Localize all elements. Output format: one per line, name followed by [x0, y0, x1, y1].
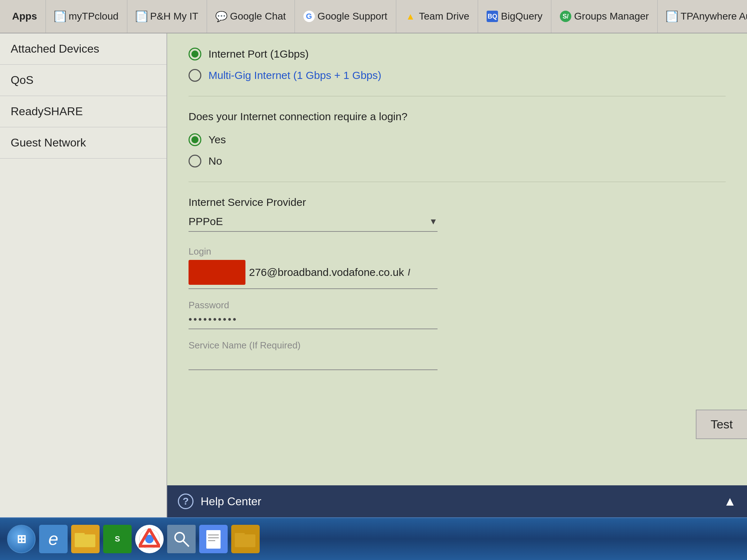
sidebar-item-guest-network[interactable]: Guest Network	[0, 127, 166, 159]
login-no-option[interactable]: No	[189, 155, 726, 167]
tab-mytpcloud[interactable]: 📄 myTPcloud	[46, 0, 127, 33]
svg-line-6	[183, 541, 189, 546]
internet-port-option-1gbps[interactable]: Internet Port (1Gbps)	[189, 48, 726, 60]
internet-port-option-multigig[interactable]: Multi-Gig Internet (1 Gbps + 1 Gbps)	[189, 69, 726, 82]
tab-gsupport[interactable]: G Google Support	[295, 0, 396, 33]
login-yes-label: Yes	[208, 134, 226, 146]
internet-port-1gbps-label: Internet Port (1Gbps)	[208, 48, 309, 60]
tab-mytpcloud-label: myTPcloud	[69, 11, 118, 22]
drive-icon: ▲	[405, 11, 416, 22]
login-yes-option[interactable]: Yes	[189, 133, 726, 146]
help-arrow-icon: ▲	[724, 494, 736, 509]
tab-gsupport-label: Google Support	[318, 11, 387, 22]
svg-rect-8	[208, 534, 219, 535]
sidebar-readyshare-label: ReadySHARE	[11, 105, 83, 118]
isp-dropdown-arrow-icon: ▼	[429, 217, 438, 226]
tab-bar: Apps 📄 myTPcloud 📄 P&H My IT 💬 Google Ch…	[0, 0, 747, 33]
text-cursor-icon: I	[408, 267, 410, 278]
tab-groups[interactable]: S/ Groups Manager	[551, 0, 658, 33]
login-field-value: 276@broadband.vodafone.co.uk I	[189, 260, 438, 285]
service-name-field[interactable]: Service Name (If Required)	[189, 340, 438, 370]
taskbar: ⊞ e S	[0, 517, 747, 560]
docs-taskbar-icon[interactable]	[199, 525, 228, 553]
page-icon-3: 📄	[666, 11, 678, 22]
password-field-value: ••••••••••	[189, 314, 438, 325]
tab-tpanywhere-label: TPAnywhere Authe	[680, 11, 747, 22]
sidebar-item-attached-devices[interactable]: Attached Devices	[0, 33, 166, 65]
login-question-text: Does your Internet connection require a …	[189, 111, 726, 123]
divider-2	[189, 182, 726, 182]
isp-dropdown-value: PPPoE	[189, 215, 438, 228]
password-field-label: Password	[189, 300, 438, 311]
ie-taskbar-icon[interactable]: e	[39, 525, 68, 553]
tab-bigquery-label: BigQuery	[501, 11, 542, 22]
sidebar: Attached Devices QoS ReadySHARE Guest Ne…	[0, 33, 167, 517]
radio-yes-selected	[189, 133, 201, 146]
apps-label: Apps	[12, 11, 37, 22]
login-radio-group: Yes No	[189, 133, 726, 167]
chat-icon: 💬	[216, 11, 227, 22]
help-center-bar[interactable]: ? Help Center ▲	[167, 485, 747, 517]
redacted-overlay	[189, 260, 245, 285]
svg-rect-1	[75, 533, 85, 537]
folder2-taskbar-icon[interactable]	[231, 525, 260, 553]
tab-phit-label: P&H My IT	[150, 11, 198, 22]
main-container: Attached Devices QoS ReadySHARE Guest Ne…	[0, 33, 747, 517]
svg-point-5	[175, 533, 184, 542]
start-button[interactable]: ⊞	[7, 525, 36, 553]
sidebar-guest-network-label: Guest Network	[11, 136, 86, 149]
tab-teamdrive-label: Team Drive	[419, 11, 470, 22]
internet-port-radio-group: Internet Port (1Gbps) Multi-Gig Internet…	[189, 48, 726, 82]
tab-tpanywhere[interactable]: 📄 TPAnywhere Authe	[658, 0, 747, 33]
content-area: Internet Port (1Gbps) Multi-Gig Internet…	[167, 33, 747, 517]
internet-port-multigig-label: Multi-Gig Internet (1 Gbps + 1 Gbps)	[208, 69, 381, 81]
sidebar-item-readyshare[interactable]: ReadySHARE	[0, 96, 166, 127]
svg-rect-9	[208, 537, 219, 538]
stronger-taskbar-icon[interactable]: S	[103, 525, 132, 553]
service-name-label: Service Name (If Required)	[189, 340, 438, 351]
radio-no-unselected	[189, 155, 201, 167]
login-field[interactable]: Login 276@broadband.vodafone.co.uk I	[189, 246, 438, 289]
sidebar-attached-devices-label: Attached Devices	[11, 42, 99, 55]
login-partial-value: 276@broadband.vodafone.co.uk	[249, 266, 404, 278]
isp-dropdown[interactable]: PPPoE ▼	[189, 215, 438, 232]
login-no-label: No	[208, 155, 222, 167]
google-g-icon: G	[303, 11, 315, 22]
help-question-icon: ?	[178, 494, 194, 509]
gs-icon: S/	[560, 11, 571, 22]
login-question-section: Does your Internet connection require a …	[189, 111, 726, 167]
page-icon-1: 📄	[54, 11, 66, 22]
tab-bigquery[interactable]: BQ BigQuery	[478, 0, 551, 33]
tab-gchat-label: Google Chat	[230, 11, 286, 22]
radio-1gbps-selected	[189, 48, 201, 60]
svg-rect-12	[235, 533, 245, 537]
sidebar-qos-label: QoS	[11, 74, 33, 87]
tab-gchat[interactable]: 💬 Google Chat	[207, 0, 295, 33]
folder-taskbar-icon[interactable]	[71, 525, 100, 553]
bq-icon: BQ	[487, 11, 498, 22]
page-icon-2: 📄	[136, 11, 147, 22]
divider-1	[189, 96, 726, 96]
search-taskbar-icon[interactable]	[167, 525, 196, 553]
chrome-taskbar-icon[interactable]	[135, 525, 164, 553]
sidebar-item-qos[interactable]: QoS	[0, 65, 166, 96]
tab-phit[interactable]: 📄 P&H My IT	[127, 0, 207, 33]
test-button[interactable]: Test	[696, 410, 747, 439]
internet-port-section: Internet Port (1Gbps) Multi-Gig Internet…	[189, 48, 726, 82]
svg-rect-7	[206, 530, 221, 549]
isp-section: Internet Service Provider PPPoE ▼	[189, 196, 726, 232]
tab-apps[interactable]: Apps	[4, 0, 46, 33]
svg-rect-10	[208, 540, 215, 541]
tab-groups-label: Groups Manager	[574, 11, 649, 22]
radio-multigig-unselected	[189, 69, 201, 82]
tab-teamdrive[interactable]: ▲ Team Drive	[396, 0, 478, 33]
login-field-label: Login	[189, 246, 438, 257]
password-field[interactable]: Password ••••••••••	[189, 300, 438, 329]
isp-label: Internet Service Provider	[189, 196, 726, 208]
service-name-value	[189, 354, 438, 366]
help-center-label: Help Center	[201, 495, 261, 508]
svg-point-4	[146, 536, 153, 542]
